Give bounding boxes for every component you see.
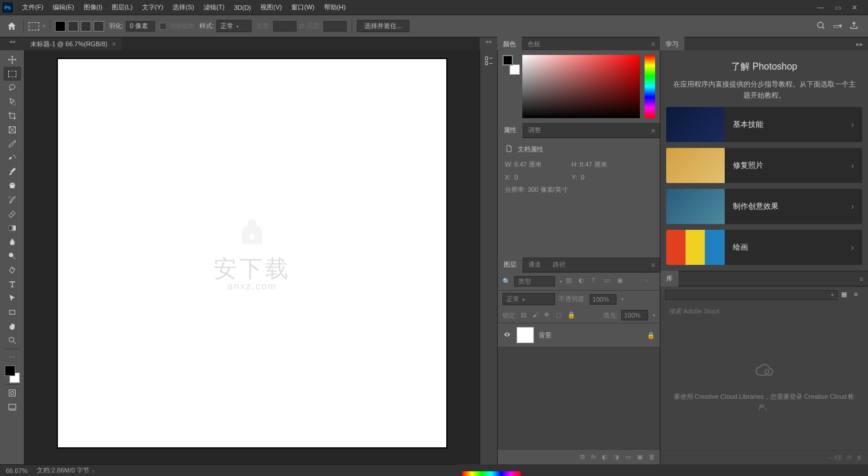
rectangle-tool[interactable] xyxy=(4,305,21,319)
selection-new-icon[interactable] xyxy=(55,21,66,32)
healing-brush-tool[interactable] xyxy=(4,151,21,165)
mask-icon[interactable]: ◐ xyxy=(602,453,608,461)
document-tab[interactable]: 未标题-1 @ 66.7%(RGB/8) × xyxy=(25,37,122,51)
chevron-down-icon[interactable]: ▾ xyxy=(560,279,562,284)
filter-type-icon[interactable]: T xyxy=(591,277,601,286)
clone-stamp-tool[interactable] xyxy=(4,179,21,193)
menu-view[interactable]: 视图(V) xyxy=(256,1,287,14)
zoom-tool[interactable] xyxy=(4,333,21,347)
menu-image[interactable]: 图像(I) xyxy=(79,1,107,14)
layer-thumbnail[interactable] xyxy=(516,327,534,343)
pen-tool[interactable] xyxy=(4,263,21,277)
panel-menu-icon[interactable]: ≡ xyxy=(647,40,660,47)
style-select[interactable]: 正常 ▾ xyxy=(216,20,252,32)
blur-tool[interactable] xyxy=(4,235,21,249)
grid-view-icon[interactable]: ▦ xyxy=(841,291,850,300)
filter-toggle-icon[interactable]: ◦ xyxy=(646,277,655,286)
filter-shape-icon[interactable]: ▭ xyxy=(604,277,614,286)
hue-slider[interactable] xyxy=(645,55,655,118)
list-view-icon[interactable]: ≡ xyxy=(854,291,863,300)
lock-paint-icon[interactable]: 🖌 xyxy=(532,311,540,319)
layer-filter-select[interactable] xyxy=(514,276,555,287)
panel-menu-icon[interactable]: ≡ xyxy=(647,127,660,134)
tab-adjustments[interactable]: 调整 xyxy=(522,122,547,138)
link-layers-icon[interactable]: ⧉ xyxy=(580,453,585,461)
share-icon[interactable] xyxy=(849,21,859,32)
selection-add-icon[interactable] xyxy=(68,21,78,32)
path-select-tool[interactable] xyxy=(4,291,21,305)
learn-item-creative[interactable]: 制作创意效果 › xyxy=(666,189,862,224)
tab-library[interactable]: 库 xyxy=(660,271,678,287)
quick-select-tool[interactable] xyxy=(4,95,21,109)
menu-select[interactable]: 选择(S) xyxy=(168,1,199,14)
panel-menu-icon[interactable]: ≡ xyxy=(647,261,660,268)
type-tool[interactable] xyxy=(4,277,21,291)
foreground-color[interactable] xyxy=(5,365,15,376)
learn-item-basics[interactable]: 基本技能 › xyxy=(666,107,862,142)
lock-all-icon[interactable]: 🔒 xyxy=(567,311,576,319)
tab-layers[interactable]: 图层 xyxy=(498,257,522,273)
menu-edit[interactable]: 编辑(E) xyxy=(48,1,79,14)
history-brush-tool[interactable] xyxy=(4,193,21,207)
selection-intersect-icon[interactable] xyxy=(94,21,104,32)
group-icon[interactable]: ▭ xyxy=(625,453,631,461)
bg-swatch[interactable] xyxy=(509,64,520,75)
menu-3d[interactable]: 3D(D) xyxy=(229,2,256,13)
lasso-tool[interactable] xyxy=(4,81,21,95)
maximize-button[interactable]: ▭ xyxy=(835,4,841,12)
search-icon[interactable] xyxy=(817,21,826,32)
lock-position-icon[interactable]: ✥ xyxy=(544,311,552,319)
marquee-tool-preset[interactable]: ▾ xyxy=(29,22,45,30)
filter-smart-icon[interactable]: ▣ xyxy=(617,277,626,286)
color-fgbg-swatches[interactable] xyxy=(502,55,518,70)
trash-icon[interactable]: 🗑 xyxy=(649,453,655,461)
panel-collapse-icon[interactable]: ▸▸ xyxy=(852,40,868,48)
tab-color[interactable]: 颜色 xyxy=(497,36,522,52)
gradient-tool[interactable] xyxy=(4,221,21,235)
menu-help[interactable]: 帮助(H) xyxy=(319,1,350,14)
opacity-input[interactable] xyxy=(590,294,616,305)
layer-name[interactable]: 背景 xyxy=(539,331,642,340)
workspace-icon[interactable]: ▭▾ xyxy=(833,22,842,30)
minimize-button[interactable]: — xyxy=(817,4,824,12)
color-field[interactable] xyxy=(522,55,640,118)
learn-item-retouch[interactable]: 修复照片 › xyxy=(666,148,862,183)
chevron-right-icon[interactable]: › xyxy=(92,467,94,474)
brush-tool[interactable] xyxy=(4,165,21,179)
home-icon[interactable] xyxy=(5,19,19,33)
fill-input[interactable] xyxy=(621,310,648,320)
sync-icon[interactable]: ⟳ xyxy=(847,454,852,461)
screenmode-icon[interactable] xyxy=(4,400,21,414)
canvas-area[interactable]: 安下载 anxz.com xyxy=(25,50,480,464)
learn-item-painting[interactable]: 绘画 › xyxy=(666,230,862,265)
move-tool[interactable] xyxy=(4,53,21,67)
eyedropper-tool[interactable] xyxy=(4,137,21,151)
panel-collapse-icon[interactable]: ◂◂ xyxy=(480,37,497,50)
menu-file[interactable]: 文件(F) xyxy=(18,1,48,14)
visibility-icon[interactable] xyxy=(502,331,512,339)
document-canvas[interactable]: 安下载 anxz.com xyxy=(57,58,447,448)
selection-subtract-icon[interactable] xyxy=(81,21,91,32)
select-and-mask-button[interactable]: 选择并遮住... xyxy=(357,20,409,32)
panel-menu-icon[interactable]: ≡ xyxy=(855,275,868,282)
library-search-input[interactable] xyxy=(665,306,863,316)
fx-icon[interactable]: fx xyxy=(591,453,596,461)
menu-window[interactable]: 窗口(W) xyxy=(287,1,319,14)
toolbar-collapse-icon[interactable]: ◂◂ xyxy=(0,37,25,50)
tab-learn[interactable]: 学习 xyxy=(660,36,684,52)
chevron-down-icon[interactable]: ▾ xyxy=(621,296,624,302)
library-select[interactable]: ▾ xyxy=(665,290,838,300)
marquee-tool[interactable] xyxy=(4,67,21,81)
tab-channels[interactable]: 通道 xyxy=(522,257,547,273)
tab-swatches[interactable]: 色板 xyxy=(522,36,546,52)
new-layer-icon[interactable]: ▣ xyxy=(637,453,643,461)
filter-image-icon[interactable]: ▨ xyxy=(566,277,575,286)
layer-row-background[interactable]: 背景 🔒 xyxy=(498,323,660,347)
filter-adjust-icon[interactable]: ◐ xyxy=(578,277,588,286)
adjustment-icon[interactable]: ◑ xyxy=(614,453,619,461)
crop-tool[interactable] xyxy=(4,109,21,123)
menu-type[interactable]: 文字(Y) xyxy=(137,1,168,14)
zoom-level[interactable]: 66.67% xyxy=(6,467,27,474)
quickmask-icon[interactable] xyxy=(4,386,21,400)
menu-filter[interactable]: 滤镜(T) xyxy=(199,1,229,14)
